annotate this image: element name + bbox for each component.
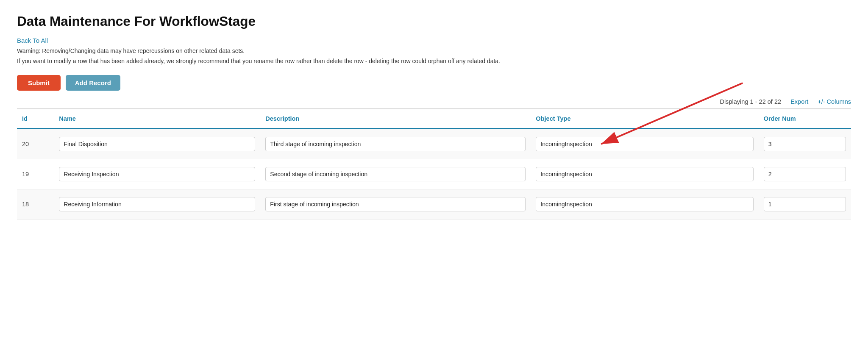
warning-line1: Warning: Removing/Changing data may have… [17,47,851,55]
description-input[interactable] [265,167,526,181]
cell-name[interactable] [54,128,260,159]
cell-description[interactable] [260,189,531,219]
object-type-input[interactable] [536,137,753,151]
name-input[interactable] [59,197,255,211]
export-link[interactable]: Export [790,98,808,105]
submit-button[interactable]: Submit [17,75,61,91]
col-header-description: Description [260,109,531,129]
columns-link[interactable]: +/- Columns [818,98,851,105]
order-num-input[interactable] [764,137,846,151]
data-table: Id Name Description Object Type Order Nu… [17,108,851,219]
table-row: 18 [17,189,851,219]
object-type-input[interactable] [536,197,753,211]
display-count: Displaying 1 - 22 of 22 [720,98,781,105]
cell-id: 18 [17,189,54,219]
actions-bar: Submit Add Record [17,75,851,91]
cell-description[interactable] [260,159,531,189]
cell-id: 20 [17,128,54,159]
cell-object-type[interactable] [531,189,758,219]
cell-id: 19 [17,159,54,189]
description-input[interactable] [265,197,526,211]
table-header-row: Id Name Description Object Type Order Nu… [17,109,851,129]
page-title: Data Maintenance For WorkflowStage [17,14,851,29]
col-header-id: Id [17,109,54,129]
col-header-name: Name [54,109,260,129]
table-controls: Displaying 1 - 22 of 22 Export +/- Colum… [17,98,851,105]
object-type-input[interactable] [536,167,753,181]
cell-name[interactable] [54,159,260,189]
cell-order-num[interactable] [759,128,851,159]
cell-description[interactable] [260,128,531,159]
table-row: 19 [17,159,851,189]
cell-name[interactable] [54,189,260,219]
cell-object-type[interactable] [531,128,758,159]
order-num-input[interactable] [764,167,846,181]
add-record-button[interactable]: Add Record [66,75,120,91]
col-header-object-type: Object Type [531,109,758,129]
table-row: 20 [17,128,851,159]
cell-order-num[interactable] [759,159,851,189]
table-wrapper: Id Name Description Object Type Order Nu… [17,108,851,219]
cell-order-num[interactable] [759,189,851,219]
description-input[interactable] [265,137,526,151]
warning-line2: If you want to modify a row that has bee… [17,57,851,66]
name-input[interactable] [59,137,255,151]
back-link[interactable]: Back To All [17,37,48,44]
name-input[interactable] [59,167,255,181]
col-header-order-num: Order Num [759,109,851,129]
order-num-input[interactable] [764,197,846,211]
cell-object-type[interactable] [531,159,758,189]
